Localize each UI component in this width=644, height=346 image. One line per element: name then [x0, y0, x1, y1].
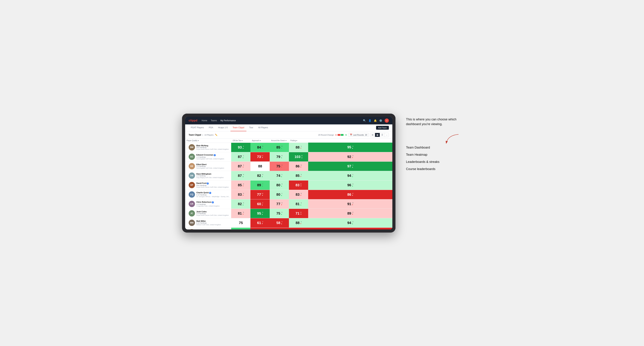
score-cell-3-2[interactable]: 74 1▲: [270, 171, 289, 180]
last-rounds-icon: 📅: [350, 134, 352, 136]
score-value: 87: [238, 174, 242, 178]
score-cell-4-0[interactable]: 85 3▼: [231, 180, 250, 190]
score-cell-6-1[interactable]: 60 2▲: [250, 199, 270, 209]
search-icon[interactable]: 🔍: [363, 119, 366, 122]
score-cell-5-1[interactable]: 77 14▼: [250, 190, 270, 199]
score-cell-0-0[interactable]: 93 4▲: [231, 143, 250, 152]
user-icon[interactable]: 👤: [368, 119, 371, 122]
score-cell-6-0[interactable]: 82 3▲: [231, 199, 250, 209]
score-cell-8-3[interactable]: 88 2▼: [289, 218, 308, 227]
score-cell-2-2[interactable]: 75 3▼: [270, 162, 289, 171]
subnav-allplayers[interactable]: All Players: [256, 124, 270, 131]
nav-link-teams[interactable]: Teams: [211, 119, 217, 123]
player-cell[interactable]: EC Edward Crossman✓ 1-5 Handicap Sunning…: [185, 152, 231, 162]
score-value: 75: [239, 221, 243, 225]
nav-link-home[interactable]: Home: [202, 119, 207, 123]
change-neg: -5: [335, 134, 337, 136]
player-info: Dave Billingham 1-5 Handicap Gog Magog G…: [196, 173, 230, 178]
score-cell-2-4[interactable]: 97 5▲: [308, 162, 392, 171]
score-cell-6-3[interactable]: 81 4▲: [289, 199, 308, 209]
score-cell-8-1[interactable]: 61 3▼: [250, 218, 270, 227]
score-cell-5-4[interactable]: 86 8▼: [308, 190, 392, 199]
add-team-button[interactable]: Add Team: [376, 126, 389, 130]
score-cell-4-2[interactable]: 80 3▲: [270, 180, 289, 190]
score-cell-2-3[interactable]: 86 6▼: [289, 162, 308, 171]
score-cell-9-1[interactable]: 60 1▼: [250, 227, 270, 229]
subnav-tour[interactable]: Tour: [247, 124, 255, 131]
score-cell-0-2[interactable]: 85 8▲: [270, 143, 289, 152]
score-cell-4-4[interactable]: 96 3▲: [308, 180, 392, 190]
score-cell-7-4[interactable]: 89 2▼: [308, 209, 392, 218]
score-cell-8-0[interactable]: 75: [231, 218, 250, 227]
score-value: 93: [238, 145, 242, 149]
nav-link-myperformance[interactable]: My Performance: [220, 119, 236, 123]
score-cell-3-4[interactable]: 94 1▲: [308, 171, 392, 180]
score-cell-2-1[interactable]: 88: [250, 162, 270, 171]
col-header-aroundgreen[interactable]: Around the Green ▾: [270, 139, 289, 143]
edit-icon[interactable]: ✏️: [215, 134, 218, 136]
score-cell-1-2[interactable]: 79 9▲: [270, 152, 289, 162]
score-cell-5-0[interactable]: 83 3▼: [231, 190, 250, 199]
view-grid-button[interactable]: ⊞: [370, 133, 375, 137]
player-avatar: JC: [189, 210, 195, 216]
score-cell-9-4[interactable]: 85 4▼: [308, 227, 392, 229]
score-value: 81: [296, 202, 300, 206]
player-name: Dave Billingham: [196, 173, 230, 175]
score-cell-4-3[interactable]: 83 10▼: [289, 180, 308, 190]
score-cell-2-0[interactable]: 87 3▼: [231, 162, 250, 171]
score-cell-9-3[interactable]: 84 21▼: [289, 227, 308, 229]
player-cell[interactable]: EE Elliot Ebert 1-5 Handicap Sunningdale…: [185, 162, 231, 171]
view-list-button[interactable]: ☰: [380, 133, 385, 137]
subnav-pga[interactable]: PGA: [207, 124, 215, 131]
score-cell-8-4[interactable]: 94 3▲: [308, 218, 392, 227]
player-handicap: 1-5 Handicap: [196, 175, 230, 177]
player-cell[interactable]: AN Aaron Nicholls 11-15 Handicap Drift G…: [185, 227, 231, 229]
player-cell[interactable]: BM Blair McHarg Plus Handicap Royal Nort…: [185, 143, 231, 152]
player-cell[interactable]: JC Josh Coles 1-5 Handicap Royal North D…: [185, 209, 231, 218]
col-header-player[interactable]: Player Quality ▾: [185, 139, 231, 143]
player-info: Chris Robertson✓ 1-5 Handicap Craigmilla…: [196, 201, 230, 207]
player-cell[interactable]: DB Dave Billingham 1-5 Handicap Gog Mago…: [185, 171, 231, 180]
player-cell[interactable]: MM Matt Miller 6-10 Handicap Woburn Golf…: [185, 218, 231, 227]
score-cell-1-3[interactable]: 103 15▲: [289, 152, 308, 162]
score-cell-7-3[interactable]: 71 11▼: [289, 209, 308, 218]
col-header-putting[interactable]: Putting ▾: [289, 139, 308, 143]
score-cell-6-2[interactable]: 77 3▼: [270, 199, 289, 209]
score-cell-3-3[interactable]: 85 3▼: [289, 171, 308, 180]
col-header-offtee[interactable]: Off the Tee ▾: [231, 139, 250, 143]
player-cell[interactable]: CR Chris Robertson✓ 1-5 Handicap Craigmi…: [185, 199, 231, 209]
score-cell-8-2[interactable]: 58 4▲: [270, 218, 289, 227]
app-logo: clippd: [189, 119, 198, 122]
view-heatmap-button[interactable]: ▦: [375, 133, 380, 137]
last-rounds-button[interactable]: 📅 Last Rounds: 20: [348, 133, 369, 137]
score-cell-9-0[interactable]: 74 8▼: [231, 227, 250, 229]
score-cell-5-3[interactable]: 83 6▼: [289, 190, 308, 199]
avatar[interactable]: U: [385, 119, 389, 123]
subnav-pgat[interactable]: PGAT Players: [189, 124, 206, 131]
player-cell[interactable]: CQ Charlie Quick✓ 6-10 Handicap St. Geor…: [185, 190, 231, 199]
col-header-approach[interactable]: Approach ▾: [250, 139, 270, 143]
subnav-hcaps[interactable]: Hcaps 1-5: [216, 124, 230, 131]
score-cell-1-1[interactable]: 73 11▼: [250, 152, 270, 162]
bell-icon[interactable]: 🔔: [374, 119, 377, 122]
score-cell-1-0[interactable]: 87 1▲: [231, 152, 250, 162]
score-cell-4-1[interactable]: 89 7▲: [250, 180, 270, 190]
score-cell-5-2[interactable]: 80 1▲: [270, 190, 289, 199]
score-cell-0-1[interactable]: 84 6▲: [250, 143, 270, 152]
score-cell-0-3[interactable]: 88 1▼: [289, 143, 308, 152]
annotation-item-2: Leaderboards & streaks: [406, 160, 462, 164]
score-cell-3-1[interactable]: 82 4▲: [250, 171, 270, 180]
score-cell-9-2[interactable]: 58 10▲: [270, 227, 289, 229]
score-cell-1-4[interactable]: 92 3▼: [308, 152, 392, 162]
score-value: 81: [238, 211, 242, 215]
score-cell-7-1[interactable]: 95 8▲: [250, 209, 270, 218]
score-cell-7-2[interactable]: 75 2▲: [270, 209, 289, 218]
score-cell-3-0[interactable]: 87 4▲: [231, 171, 250, 180]
score-cell-6-4[interactable]: 91 3▼: [308, 199, 392, 209]
player-cell[interactable]: DF David Ford✓ Plus Handicap Royal North…: [185, 180, 231, 190]
subnav-teamclippd[interactable]: Team Clippd: [230, 124, 246, 131]
view-export-button[interactable]: ↓: [385, 133, 389, 137]
score-cell-0-4[interactable]: 95 9▲: [308, 143, 392, 152]
score-cell-7-0[interactable]: 81 3▼: [231, 209, 250, 218]
settings-icon[interactable]: ⚙️: [379, 119, 382, 122]
